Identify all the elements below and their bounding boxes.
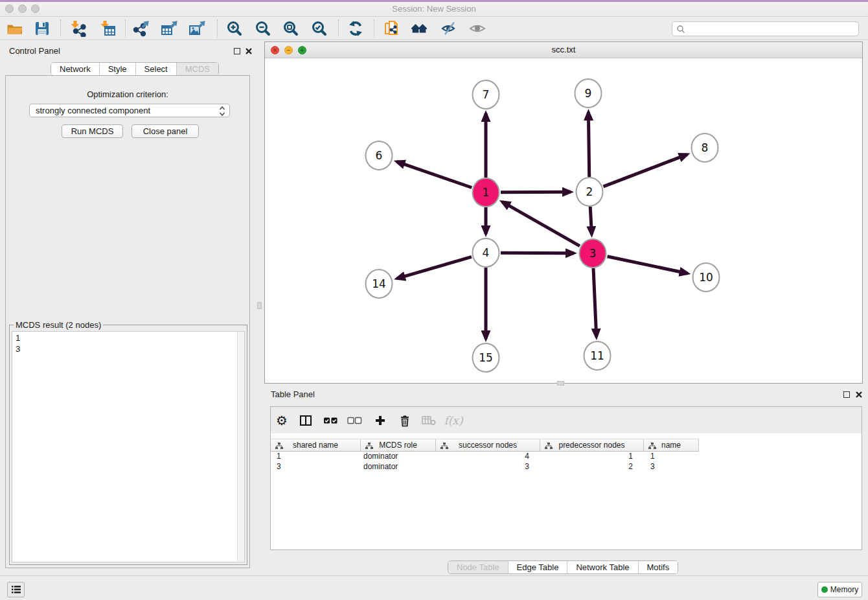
table-panel-close-button[interactable]: [854, 390, 863, 399]
horizontal-splitter-handle[interactable]: [557, 381, 564, 386]
control-panel-float-button[interactable]: [234, 48, 240, 54]
column-label: shared name: [293, 441, 338, 450]
column-label: predecessor nodes: [558, 441, 624, 450]
table-cell: 4: [436, 452, 540, 462]
close-traffic-light[interactable]: [5, 5, 14, 13]
column-header-shared-name[interactable]: shared name: [271, 439, 361, 452]
network-minimize-button[interactable]: −: [284, 46, 293, 54]
zoom-out-button[interactable]: [255, 20, 271, 37]
mcds-result-area[interactable]: 13: [12, 331, 245, 562]
node-label-10: 10: [699, 271, 713, 284]
network-canvas[interactable]: 1234678910111415: [265, 58, 862, 383]
export-table-icon: [161, 20, 178, 37]
edge-3-11[interactable]: [593, 268, 597, 337]
table-cell: 3: [271, 462, 361, 472]
tab-select[interactable]: Select: [135, 63, 176, 75]
refresh-icon: [347, 20, 364, 37]
gear-icon: ⚙: [276, 413, 288, 428]
search-field[interactable]: [672, 21, 859, 36]
criterion-dropdown[interactable]: strongly connected component: [29, 104, 230, 117]
edge-3-1[interactable]: [502, 202, 580, 246]
minimize-traffic-light[interactable]: [18, 5, 27, 13]
zoom-traffic-light[interactable]: [31, 5, 40, 13]
run-mcds-button[interactable]: Run MCDS: [62, 124, 123, 138]
column-header-MCDS-role[interactable]: MCDS role: [361, 439, 436, 452]
edge-3-10[interactable]: [608, 257, 688, 273]
network-close-button[interactable]: ×: [271, 46, 279, 54]
plus-icon: [374, 415, 386, 426]
table-row[interactable]: 1dominator411: [271, 452, 862, 462]
show-columns-button[interactable]: [298, 413, 314, 428]
add-column-button[interactable]: [372, 413, 388, 428]
close-panel-button[interactable]: Close panel: [131, 124, 199, 138]
tab-motifs[interactable]: Motifs: [638, 561, 678, 573]
edge-4-3[interactable]: [501, 253, 574, 253]
houses-icon: [411, 20, 428, 37]
import-network-icon: [69, 20, 86, 37]
toolbar-separator: [217, 19, 218, 38]
import-table-button[interactable]: [99, 20, 116, 37]
column-header-successor-nodes[interactable]: successor nodes: [436, 439, 540, 452]
node-label-15: 15: [479, 351, 493, 364]
edge-1-6[interactable]: [396, 161, 472, 187]
select-all-button[interactable]: [323, 413, 338, 428]
tab-style[interactable]: Style: [99, 63, 135, 75]
edge-4-14[interactable]: [397, 257, 472, 278]
toolbar-separator: [125, 19, 126, 38]
table-row[interactable]: 3dominator323: [271, 462, 862, 472]
task-history-button[interactable]: [7, 582, 25, 597]
apply-layout-button[interactable]: [347, 20, 364, 37]
zoom-selected-button[interactable]: [311, 20, 328, 37]
export-network-icon: [133, 20, 150, 37]
save-session-button[interactable]: [34, 20, 51, 37]
table-panel-float-button[interactable]: [843, 391, 850, 398]
open-session-button[interactable]: [6, 20, 23, 37]
deselect-all-button[interactable]: [347, 413, 362, 428]
export-table-button[interactable]: [161, 20, 178, 37]
home-networks-button[interactable]: [411, 20, 428, 37]
tab-network[interactable]: Network: [51, 63, 99, 75]
node-label-2: 2: [586, 185, 593, 198]
node-label-11: 11: [590, 349, 604, 362]
import-network-button[interactable]: [69, 20, 86, 37]
table-header-row: shared nameMCDS rolesuccessor nodesprede…: [271, 439, 699, 452]
hierarchy-icon: [648, 443, 656, 450]
edge-2-9[interactable]: [588, 112, 589, 177]
edge-2-8[interactable]: [603, 154, 687, 186]
vertical-splitter-handle[interactable]: [257, 302, 262, 309]
node-table-container: ⚙ f(x) shared nameMCDS rolesuccessor nod…: [270, 406, 862, 550]
table-panel: Table Panel ⚙ f(x) shared nameMCDS roles…: [264, 386, 868, 575]
tab-mcds[interactable]: MCDS: [176, 63, 218, 75]
mcds-result-line: 1: [16, 332, 241, 343]
delete-column-button[interactable]: [397, 413, 413, 428]
hide-details-button[interactable]: [441, 20, 458, 37]
copy-network-button[interactable]: [383, 20, 400, 37]
node-label-1: 1: [483, 186, 490, 199]
memory-button[interactable]: Memory: [817, 582, 862, 597]
tab-network-table[interactable]: Network Table: [567, 561, 637, 573]
edge-1-2[interactable]: [501, 192, 571, 192]
result-scrollbar[interactable]: [237, 332, 244, 562]
zoom-out-icon: [255, 20, 271, 37]
tab-edge-table[interactable]: Edge Table: [508, 561, 567, 573]
memory-label: Memory: [830, 585, 858, 594]
table-cell: 1: [271, 452, 361, 462]
network-view-titlebar[interactable]: scc.txt × − +: [265, 42, 862, 58]
column-header-predecessor-nodes[interactable]: predecessor nodes: [540, 439, 644, 452]
unchecked-boxes-icon: [347, 416, 362, 425]
control-panel-close-button[interactable]: [244, 47, 253, 56]
edge-2-3[interactable]: [590, 207, 591, 235]
show-details-button[interactable]: [469, 20, 486, 37]
node-label-8: 8: [702, 141, 709, 154]
tab-node-table[interactable]: Node Table: [448, 561, 508, 573]
column-header-name[interactable]: name: [644, 439, 699, 452]
node-label-7: 7: [483, 88, 490, 101]
zoom-in-button[interactable]: [226, 20, 243, 37]
delete-table-button-disabled[interactable]: [421, 413, 437, 428]
table-settings-button[interactable]: ⚙: [274, 413, 290, 428]
function-builder-button-disabled[interactable]: f(x): [446, 413, 461, 428]
zoom-fit-button[interactable]: [282, 20, 299, 37]
network-zoom-button[interactable]: +: [298, 46, 306, 54]
export-network-button[interactable]: [133, 20, 150, 37]
export-image-button[interactable]: [189, 20, 206, 37]
